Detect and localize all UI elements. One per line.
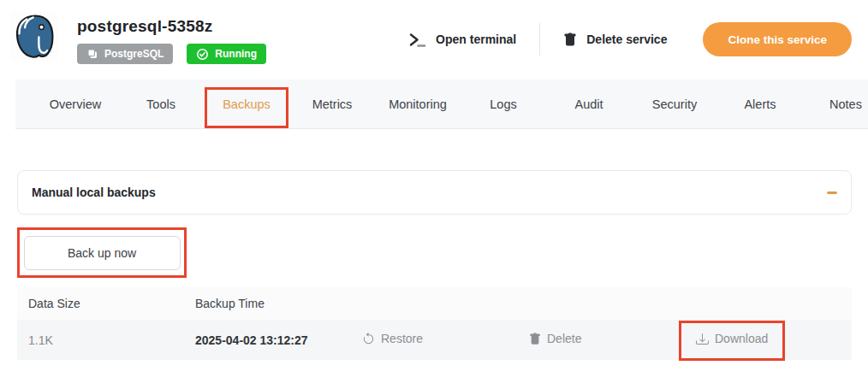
trash-icon (563, 32, 577, 47)
restore-label: Restore (381, 332, 423, 345)
download-label: Download (715, 332, 768, 345)
trash-icon (529, 333, 541, 345)
cell-download: Download (685, 332, 852, 348)
postgresql-logo-svg (10, 12, 59, 61)
tab-overview[interactable]: Overview (33, 80, 118, 128)
back-up-now-button[interactable]: Back up now (24, 236, 181, 270)
page-title: postgresql-5358z (77, 17, 266, 36)
badges-row: PostgreSQL Running (77, 44, 266, 64)
cell-data-size: 1.1K (17, 333, 184, 347)
check-circle-icon (196, 48, 209, 61)
tab-bar: Overview Tools Backups Metrics Monitorin… (15, 80, 868, 129)
backups-table: Data Size Backup Time 1.1K 2025-04-02 13… (17, 287, 852, 360)
restore-button[interactable]: Restore (362, 332, 423, 345)
cell-delete: Delete (518, 332, 685, 348)
column-header-backup-time: Backup Time (184, 297, 351, 310)
tab-tools[interactable]: Tools (118, 80, 204, 128)
section-title: Manual local backups (32, 186, 156, 199)
status-label: Running (215, 48, 257, 60)
cell-restore: Restore (351, 332, 518, 348)
open-terminal-button[interactable]: Open terminal (407, 30, 516, 49)
column-header-data-size: Data Size (17, 297, 184, 310)
download-icon (696, 333, 709, 345)
delete-backup-button[interactable]: Delete (529, 332, 581, 345)
service-type-label: PostgreSQL (104, 48, 163, 60)
tab-logs[interactable]: Logs (461, 80, 546, 128)
restore-icon (362, 333, 375, 345)
tab-alerts[interactable]: Alerts (717, 80, 803, 128)
tab-security[interactable]: Security (632, 80, 717, 128)
cell-backup-time: 2025-04-02 13:12:27 (184, 333, 351, 347)
table-row: 1.1K 2025-04-02 13:12:27 Restore (17, 320, 852, 360)
terminal-icon (407, 30, 426, 49)
tab-audit[interactable]: Audit (546, 80, 632, 128)
header-actions: Open terminal Delete service Clone this … (407, 22, 852, 56)
copy-icon (86, 48, 98, 60)
delete-service-button[interactable]: Delete service (563, 32, 667, 47)
download-button[interactable]: Download (696, 332, 768, 345)
annotation-box-backup-now: Back up now (17, 227, 187, 278)
tab-backups-label: Backups (223, 97, 271, 111)
header-divider (539, 23, 540, 56)
title-block: postgresql-5358z PostgreSQL (77, 12, 266, 64)
tab-metrics[interactable]: Metrics (289, 80, 375, 128)
tab-monitoring[interactable]: Monitoring (375, 80, 461, 128)
service-type-badge: PostgreSQL (77, 44, 173, 64)
tab-backups[interactable]: Backups (204, 80, 289, 128)
delete-service-label: Delete service (586, 32, 667, 46)
open-terminal-label: Open terminal (436, 32, 516, 46)
clone-service-button[interactable]: Clone this service (703, 22, 852, 56)
table-header-row: Data Size Backup Time (17, 287, 852, 320)
status-badge: Running (187, 44, 266, 64)
tab-notes[interactable]: Notes (803, 80, 868, 128)
collapse-minus-icon[interactable] (827, 192, 837, 194)
delete-backup-label: Delete (547, 332, 581, 345)
manual-backups-section-header[interactable]: Manual local backups (17, 170, 852, 215)
postgresql-elephant-logo (10, 12, 59, 61)
service-header: postgresql-5358z PostgreSQL (0, 0, 868, 80)
